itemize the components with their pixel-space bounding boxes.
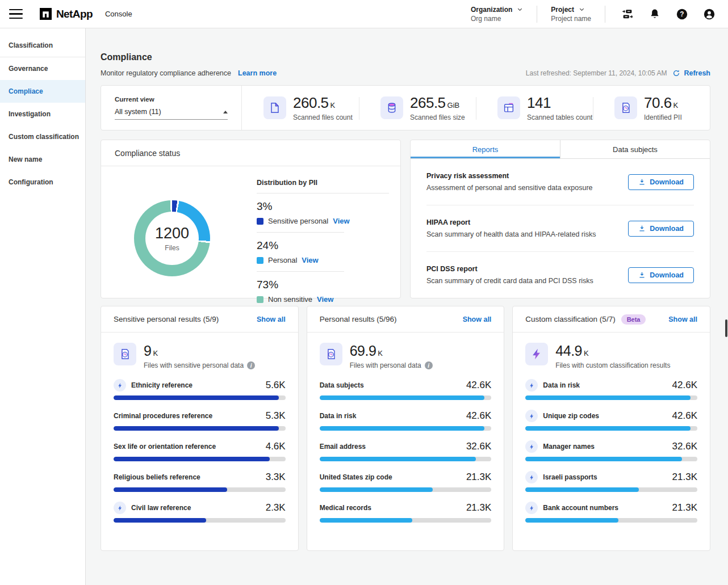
result-item-value: 5.6K (266, 380, 286, 391)
netapp-logo: NetApp (40, 8, 93, 20)
view-personal-link[interactable]: View (302, 256, 318, 264)
sidebar-item-custom-classification[interactable]: Custom classification (0, 125, 85, 148)
result-item-label: Religious beliefs reference (114, 473, 200, 481)
result-item-bar (320, 457, 492, 461)
report-row-hipaa: HIPAA report Scan summary of health data… (426, 205, 694, 251)
svg-text:?: ? (680, 10, 684, 18)
workspace-switcher-icon[interactable] (621, 8, 634, 20)
show-all-personal-link[interactable]: Show all (463, 315, 492, 323)
result-item-value: 21.3K (466, 472, 491, 483)
help-icon[interactable]: ? (676, 8, 688, 20)
menu-icon[interactable] (9, 7, 23, 21)
tab-data-subjects[interactable]: Data subjects (560, 140, 710, 158)
result-item-value: 21.3K (672, 472, 697, 483)
card-title: Personal results (5/96) (320, 315, 397, 323)
distribution-title: Distribution by PII (257, 179, 389, 187)
result-item-label: Data in risk (543, 381, 580, 389)
result-item-label: Sex life or orientation reference (114, 443, 216, 451)
notifications-icon[interactable] (648, 8, 661, 20)
result-item-bar (114, 426, 286, 431)
show-all-sensitive-link[interactable]: Show all (257, 315, 286, 323)
page-subtitle: Monitor regulatory compliance adherence (101, 69, 231, 77)
project-selector[interactable]: Project Project name (537, 6, 605, 23)
result-item-label: Email address (320, 443, 366, 451)
result-item-value: 42.6K (466, 410, 491, 422)
result-item: Data in risk 42.6K (525, 379, 697, 400)
report-description: Scan summary of credit card data and PCI… (426, 277, 593, 285)
result-item-bar (320, 395, 492, 400)
stat-scanned-files-count: 260.5K Scanned files count (242, 86, 359, 130)
stat-value: 141 (527, 94, 551, 111)
stat-scanned-tables-count: 141 Scanned tables count (476, 86, 593, 130)
refresh-button[interactable]: Refresh (672, 69, 710, 77)
divider (605, 6, 605, 23)
organization-selector[interactable]: Organization Org name (457, 6, 537, 23)
result-item-bar (525, 457, 697, 461)
distribution-item-non-sensitive: 73% Non sensitive View (257, 272, 389, 310)
result-item-bar (320, 518, 492, 523)
sidebar-item-governance[interactable]: Governance (0, 57, 85, 80)
chevron-down-icon (579, 6, 585, 12)
brand-name: NetApp (56, 8, 93, 20)
stat-unit: K (673, 101, 679, 110)
view-sensitive-personal-link[interactable]: View (333, 217, 349, 225)
report-row-pci-dss: PCI DSS report Scan summary of credit ca… (426, 251, 694, 298)
sidebar-item-configuration[interactable]: Configuration (0, 171, 85, 193)
result-item-value: 42.6K (672, 410, 697, 422)
project-label: Project (551, 6, 574, 14)
sidebar-item-investigation[interactable]: Investigation (0, 103, 85, 125)
download-hipaa-button[interactable]: Download (628, 221, 694, 237)
topbar: NetApp Console Organization Org name Pro… (0, 0, 728, 28)
bolt-icon (114, 502, 126, 514)
stat-unit: GiB (447, 101, 460, 110)
view-non-sensitive-link[interactable]: View (317, 295, 333, 304)
stat-identified-pii: 70.6K Identified PII (593, 86, 710, 130)
vertical-scrollbar[interactable] (725, 319, 727, 337)
chevron-down-icon (517, 6, 523, 12)
last-refreshed-text: Last refreshed: September 11, 2024, 10:0… (526, 69, 667, 77)
result-item-bar (320, 426, 492, 431)
download-icon (638, 178, 646, 186)
result-item-label: Data in risk (320, 412, 357, 420)
custom-classification-card: Custom classification (5/7) Beta Show al… (512, 306, 710, 551)
report-row-privacy-risk: Privacy risk assessment Assessment of pe… (426, 159, 694, 205)
distribution-pct: 24% (257, 239, 389, 252)
current-view-select[interactable]: All system (11) (115, 108, 228, 120)
legend-swatch-sensitive-personal (257, 218, 263, 225)
learn-more-link[interactable]: Learn more (238, 69, 277, 77)
result-item-value: 5.3K (266, 410, 286, 422)
sidebar-item-new-name[interactable]: New name (0, 148, 85, 171)
sidebar-item-classification[interactable]: Classification (0, 34, 85, 57)
stat-unit: K (330, 101, 336, 110)
result-item-bar (525, 487, 697, 492)
legend-label: Personal (268, 256, 297, 264)
donut-total-label: Files (165, 244, 179, 252)
sidebar-item-compliance[interactable]: Compliace (0, 80, 85, 103)
download-pci-dss-button[interactable]: Download (628, 267, 694, 283)
account-icon[interactable] (703, 8, 716, 20)
info-icon[interactable]: i (247, 361, 255, 369)
result-item: Civil law reference 2.3K (114, 502, 286, 523)
result-item-label: Criminal procedures reference (114, 412, 212, 420)
result-item-label: Bank account numbers (543, 504, 618, 512)
result-item: Criminal procedures reference 5.3K (114, 410, 286, 431)
result-item-label: Data subjects (320, 381, 364, 389)
result-item-value: 21.3K (466, 502, 491, 514)
total-unit: K (153, 349, 158, 357)
bolt-icon (525, 379, 538, 392)
report-title: PCI DSS report (426, 265, 593, 273)
download-privacy-risk-button[interactable]: Download (628, 174, 694, 190)
result-item-value: 4.6K (266, 441, 286, 452)
result-item-bar (525, 426, 697, 431)
result-item: Medical records 21.3K (320, 502, 492, 523)
beta-badge: Beta (621, 314, 646, 325)
legend-label: Sensitive personal (268, 217, 328, 225)
total-label: Files with custom classification results (555, 361, 670, 369)
sidebar: Classification Governance Compliace Inve… (0, 28, 86, 585)
file-icon (263, 96, 286, 119)
result-item: Data in risk 42.6K (320, 410, 492, 431)
tab-reports[interactable]: Reports (411, 140, 560, 158)
show-all-custom-link[interactable]: Show all (668, 315, 697, 323)
info-icon[interactable]: i (425, 361, 433, 369)
stat-label: Scanned files size (410, 113, 465, 121)
